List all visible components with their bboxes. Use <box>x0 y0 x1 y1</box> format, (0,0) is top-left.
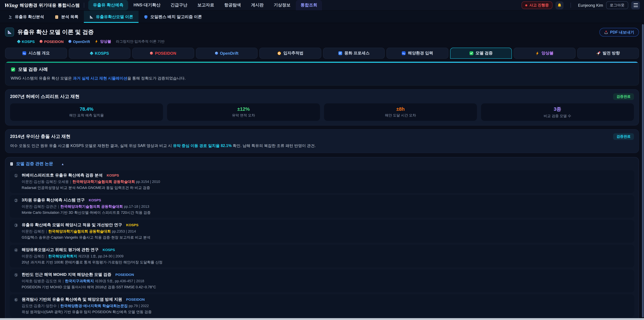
paper-number: ④ <box>14 247 18 265</box>
triangle-ruler-icon <box>89 15 94 19</box>
diamond-icon <box>90 51 94 55</box>
tab-opendrift[interactable]: OpenDrift <box>196 48 258 59</box>
nav-tab-reports[interactable]: 보고자료 <box>193 0 219 11</box>
subtab-spill-model-theory[interactable]: 유출유확산모델 이론 <box>84 11 138 23</box>
wave-icon <box>402 51 406 55</box>
tab-model-validation[interactable]: 모델 검증 <box>450 48 512 59</box>
main-nav-tabs: 유출유 확산예측 HNS·대기확산 긴급구난 보고자료 항공탐색 게시판 기상정… <box>88 0 322 11</box>
paper-model-tag: KOSPS <box>126 223 138 227</box>
paper-venue: 한국해양과학기술협의회 공동학술대회 <box>72 180 135 184</box>
stat-arrival-time-error: ±8h 해안 도달 시간 오차 <box>324 103 477 121</box>
logout-button[interactable]: 로그아웃 <box>606 1 628 9</box>
case2-body: 여수 오동도 인근 원유 유출 사고를 KOSPS 모델로 재현한 결과, 실제… <box>10 143 634 148</box>
validation-intro-title: 모델 검증 사례 <box>18 67 48 73</box>
badge-opendrift: OpenDrift <box>68 40 90 44</box>
tab-ensemble[interactable]: 앙상블 <box>514 48 576 59</box>
shield-icon <box>144 15 148 19</box>
app-root: Wing 해양환경 위기대응 통합시스템 유출유 확산예측 HNS·대기확산 긴… <box>0 0 644 320</box>
paper-model-tag: KOSPS <box>89 198 101 202</box>
page-icon-box <box>5 28 14 37</box>
paper-number: ① <box>14 172 18 190</box>
app-logo[interactable]: Wing 해양환경 위기대응 통합시스템 <box>4 2 80 8</box>
nav-tab-board[interactable]: 게시판 <box>246 0 268 11</box>
papers-list: ① 허베이스피리트호 유출유 확산예측 검증 분석KOSPS 이문진·김선동·김… <box>10 170 634 320</box>
case2-title: 2014년 우이산 충돌 사고 재현 <box>10 134 70 140</box>
validation-intro-body: WING 시스템의 유출유 확산 모델은 과거 실제 사고 재현 시뮬레이션을 … <box>11 76 633 81</box>
blue-dot-icon <box>215 52 218 55</box>
tab-marine-env-input[interactable]: 해양환경 입력 <box>386 48 448 59</box>
paper-citation: 이문진·김혜진|한국해양과학기술협의회 공동학술대회 pp.2353 | 201… <box>22 229 630 234</box>
tab-kosps[interactable]: KOSPS <box>68 48 130 59</box>
process-icon <box>338 51 342 55</box>
incident-dot-icon <box>525 4 527 6</box>
lightning-icon <box>536 51 540 55</box>
microscope-icon <box>8 15 12 19</box>
subtab-spill-analysis[interactable]: 유출유 확산분석 <box>3 11 50 23</box>
tab-poseidon[interactable]: POSEIDON <box>132 48 194 59</box>
tab-future-direction[interactable]: 발전 방향 <box>577 48 639 59</box>
validation-intro-link[interactable]: 과거 실제 사고 재현 시뮬레이션 <box>73 76 128 80</box>
nav-tab-oil-spill-prediction[interactable]: 유출유 확산예측 <box>88 0 128 11</box>
paper-title: 유출유 확산예측 모델의 해양사고 적용 및 개선방안 연구 <box>22 222 122 228</box>
nav-tab-hns-atmospheric[interactable]: HNS·대기확산 <box>129 0 165 11</box>
paper-item-5[interactable]: ⑤ 한반도 인근 해역 MOHID 지역 해양순환 모델 검증POSEIDON … <box>10 269 634 292</box>
document-icon <box>10 162 14 166</box>
incident-in-progress-badge[interactable]: 사고 진행중 <box>522 1 552 9</box>
paper-item-3[interactable]: ③ 유출유 확산예측 모델의 해양사고 적용 및 개선방안 연구KOSPS 이문… <box>10 220 634 243</box>
tab-system-overview[interactable]: 시스템 개요 <box>5 48 67 59</box>
top-navbar: Wing 해양환경 위기대응 통합시스템 유출유 확산예측 HNS·대기확산 긴… <box>0 0 644 11</box>
nav-tab-weather-info[interactable]: 기상정보 <box>269 0 295 11</box>
divider <box>84 3 84 8</box>
case1-title: 2007년 허베이 스피리트 사고 재현 <box>10 94 80 100</box>
paper-venue: 한국해양공학회지 <box>48 254 77 258</box>
paper-number: ⑥ <box>14 297 18 314</box>
paper-title: 해양유류오염사고 위해도 평가에 관한 연구 <box>22 247 98 253</box>
paper-description: Radarsat 인공위성영상 비교 분석·NOAA GNOME과 동일 입력조… <box>22 186 630 190</box>
paper-item-4[interactable]: ④ 해양유류오염사고 위해도 평가에 관한 연구KOSPS 이문진·김혜진|한국… <box>10 245 634 267</box>
paper-venue: 한국해양과학기술협의회 공동학술대회 <box>60 204 123 208</box>
vertical-scrollbar[interactable] <box>642 24 644 317</box>
case1-stats-row: 78.4% 해안 표착 예측 일치율 ±12% 유막 면적 오차 ±8h 해안 … <box>10 103 634 121</box>
subtab-analysis-list[interactable]: 분석 목록 <box>50 11 84 23</box>
notifications-button[interactable] <box>556 1 564 9</box>
case-card-hebei-spirit: 2007년 허베이 스피리트 사고 재현 검증완료 78.4% 해안 표착 예측… <box>5 89 639 126</box>
case2-highlight: 유막 중심 이동 경로 일치율 82.1% <box>173 144 232 148</box>
paper-citation: 이문진·김혜진·강관근|한국해양과학기술협의회 공동학술대회 pp.17-18 … <box>22 204 630 209</box>
wing-logo-text: Wing <box>4 3 18 8</box>
blue-dot-icon <box>68 40 71 43</box>
page-header: 유출유 확산 모델 이론 및 검증 KOSPS POSEIDON OpenDri… <box>0 23 644 47</box>
papers-title[interactable]: 모델 검증 관련 논문 <box>16 161 53 167</box>
tab-weathering-process[interactable]: 풍화 프로세스 <box>323 48 385 59</box>
badge-poseidon: POSEIDON <box>40 40 64 44</box>
validated-badge: 검증완료 <box>613 93 634 100</box>
nav-tab-emergency-rescue[interactable]: 긴급구난 <box>166 0 192 11</box>
paper-title: 3차원 유출유 확산예측 시스템 연구 <box>22 197 85 203</box>
section-tabstrip: 시스템 개요 KOSPS POSEIDON OpenDrift 입자추적법 풍화… <box>5 48 639 59</box>
page-subtitle: 라그랑지안 입자추적 이론 기반 <box>116 39 165 44</box>
paper-description: GS칼텍스 송유관·Captain Vangelis 유출사고 적용 검증·현장… <box>22 235 630 240</box>
paper-item-1[interactable]: ① 허베이스피리트호 유출유 확산예측 검증 분석KOSPS 이문진·김선동·김… <box>10 170 634 193</box>
pdf-export-button[interactable]: PDF 내보내기 <box>600 28 639 37</box>
tab-particle-tracking[interactable]: 입자추적법 <box>259 48 321 59</box>
hamburger-menu-icon[interactable] <box>631 1 640 9</box>
paper-item-2[interactable]: ② 3차원 유출유 확산예측 시스템 연구KOSPS 이문진·김혜진·강관근|한… <box>10 195 634 218</box>
paper-citation: 이재호·임병준·김도연 외|한국지구과학회지 제39권 5호, pp.436-4… <box>22 279 630 283</box>
model-badges-row: KOSPS POSEIDON OpenDrift 앙상블 라그랑지안 입자추적 … <box>18 39 639 44</box>
subtab-oil-fence-theory[interactable]: 오일펜스 배치 알고리즘 이론 <box>138 11 207 23</box>
stat-shoreline-match: 78.4% 해안 표착 예측 일치율 <box>10 103 163 121</box>
stat-compared-models: 3종 비교 검증 모델 수 <box>481 103 634 121</box>
paper-description: POSEIDON 기반 MOHID 모델 동아시아 해역 2016년 검증·SS… <box>22 285 630 290</box>
paper-description: Monte Carlo Simulation 기반 3D 확산모델·허베이 스피… <box>22 210 630 215</box>
wave-icon <box>22 51 26 55</box>
paper-item-6[interactable]: ⑥ 원격탐사 기반의 유출유 확산예측 및 해양오염 방제 지원POSEIDON… <box>10 294 634 317</box>
paper-model-tag: KOSPS <box>103 248 115 252</box>
page-title: 유출유 확산 모델 이론 및 검증 <box>18 28 94 36</box>
paper-number: ② <box>14 197 18 215</box>
nav-tab-integrated-search[interactable]: 통합조회 <box>296 0 322 11</box>
collapse-caret-icon[interactable]: ▲ <box>61 162 64 166</box>
paper-description: 위성 원격탐사(SAR·광학) 기반 유출유 탐지·POSEIDON 확산예측 … <box>22 310 630 314</box>
paper-number: ③ <box>14 222 18 240</box>
validated-badge: 검증완료 <box>613 133 634 140</box>
compass-icon <box>277 51 282 55</box>
nav-tab-aerial-search[interactable]: 항공탐색 <box>220 0 246 11</box>
